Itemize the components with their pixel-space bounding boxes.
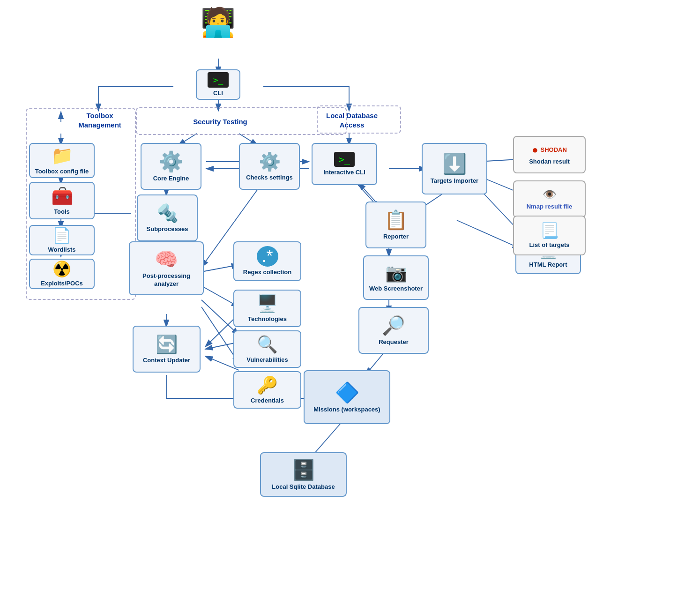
exploits-icon: ☢️: [52, 260, 71, 278]
shodan-icon: ●: [532, 144, 538, 156]
tools-node: 🧰 Tools: [29, 182, 95, 219]
tools-label: Tools: [54, 208, 70, 216]
local-sqlite-label: Local Sqlite Database: [272, 483, 335, 491]
reporter-label: Reporter: [383, 233, 409, 241]
cli-icon: >_: [208, 72, 229, 88]
technologies-label: Technologies: [248, 315, 287, 323]
reporter-node: 📋 Reporter: [365, 202, 426, 248]
subprocesses-icon: 🔩: [156, 203, 179, 224]
exploits-node: ☢️ Exploits/POCs: [29, 259, 95, 289]
tools-icon: 🧰: [51, 186, 73, 206]
context-updater-icon: 🔄: [156, 334, 178, 355]
checks-settings-label: Checks settings: [246, 174, 293, 182]
core-engine-node: ⚙️ Core Engine: [141, 143, 201, 190]
local-db-box: [317, 105, 401, 134]
reporter-icon: 📋: [384, 209, 408, 231]
core-engine-label: Core Engine: [153, 175, 189, 183]
wordlists-icon: 📄: [52, 226, 71, 244]
requester-label: Requester: [379, 338, 409, 346]
toolbox-config-label: Toolbox config file: [35, 168, 89, 176]
credentials-node: 🔑 Credentials: [233, 371, 301, 409]
credentials-label: Credentials: [251, 397, 284, 405]
svg-line-27: [457, 220, 520, 248]
subprocesses-label: Subprocesses: [147, 225, 188, 233]
web-screenshoter-node: 📷 Web Screenshoter: [363, 255, 429, 300]
web-screenshoter-icon: 📷: [385, 262, 407, 283]
hacker-figure: 🧑‍💻: [197, 8, 239, 37]
missions-node: 🔷 Missions (workspaces): [304, 370, 390, 424]
cli-label: CLI: [213, 90, 223, 97]
regex-icon: .*: [257, 246, 278, 267]
shodan-label: Shodan result: [529, 158, 570, 166]
interactive-cli-icon: >_: [334, 152, 355, 167]
web-screenshoter-label: Web Screenshoter: [369, 285, 423, 293]
wordlists-node: 📄 Wordlists: [29, 225, 95, 255]
list-targets-icon: 📃: [540, 222, 559, 239]
local-sqlite-icon: 🗄️: [291, 458, 316, 481]
html-report-label: HTML Report: [529, 261, 567, 269]
nmap-icon: 👁️: [543, 188, 557, 201]
regex-node: .* Regex collection: [233, 241, 301, 281]
subprocesses-node: 🔩 Subprocesses: [137, 194, 198, 241]
checks-settings-node: ⚙️ Checks settings: [239, 143, 300, 190]
missions-icon: 🔷: [335, 381, 359, 404]
toolbox-config-node: 📁 Toolbox config file: [29, 143, 95, 178]
shodan-node: ● SHODAN Shodan result: [513, 136, 586, 173]
credentials-icon: 🔑: [257, 375, 278, 395]
technologies-node: 🖥️ Technologies: [233, 290, 301, 327]
toolbox-config-icon: 📁: [51, 145, 73, 166]
regex-label: Regex collection: [243, 269, 291, 276]
missions-label: Missions (workspaces): [313, 406, 380, 414]
targets-importer-node: ⬇️ Targets Importer: [422, 143, 487, 194]
vulnerabilities-label: Vulnerabilities: [246, 356, 288, 364]
checks-settings-icon: ⚙️: [259, 151, 281, 172]
interactive-cli-label: Interactive CLI: [323, 169, 365, 177]
local-sqlite-node: 🗄️ Local Sqlite Database: [260, 452, 347, 497]
targets-importer-icon: ⬇️: [442, 152, 467, 175]
targets-importer-label: Targets Importer: [431, 177, 478, 185]
post-processing-label: Post-processing analyzer: [134, 272, 199, 288]
wordlists-label: Wordlists: [48, 246, 76, 254]
diagram-container: 🧑‍💻 >_ CLI Toolbox Management Security T…: [0, 0, 700, 605]
hacker-icon: 🧑‍💻: [201, 8, 236, 37]
list-targets-label: List of targets: [529, 241, 570, 249]
context-updater-label: Context Updater: [143, 357, 190, 365]
technologies-icon: 🖥️: [257, 294, 278, 314]
requester-icon: 🔎: [382, 314, 405, 336]
nmap-label: Nmap result file: [527, 203, 573, 211]
post-processing-icon: 🧠: [155, 248, 178, 270]
interactive-cli-node: >_ Interactive CLI: [312, 143, 377, 185]
context-updater-node: 🔄 Context Updater: [133, 326, 201, 373]
security-testing-box: [136, 107, 347, 135]
post-processing-node: 🧠 Post-processing analyzer: [129, 241, 204, 295]
vulnerabilities-icon: 🔍: [257, 335, 278, 354]
arrows-svg: [0, 0, 700, 605]
shodan-content: ● SHODAN: [532, 144, 567, 156]
list-targets-node: 📃 List of targets: [513, 216, 586, 255]
exploits-label: Exploits/POCs: [41, 280, 83, 288]
vulnerabilities-node: 🔍 Vulnerabilities: [233, 330, 301, 368]
requester-node: 🔎 Requester: [358, 307, 429, 354]
nmap-node: 👁️ Nmap result file: [513, 180, 586, 218]
cli-node: >_ CLI: [196, 69, 240, 100]
core-engine-icon: ⚙️: [159, 150, 183, 173]
